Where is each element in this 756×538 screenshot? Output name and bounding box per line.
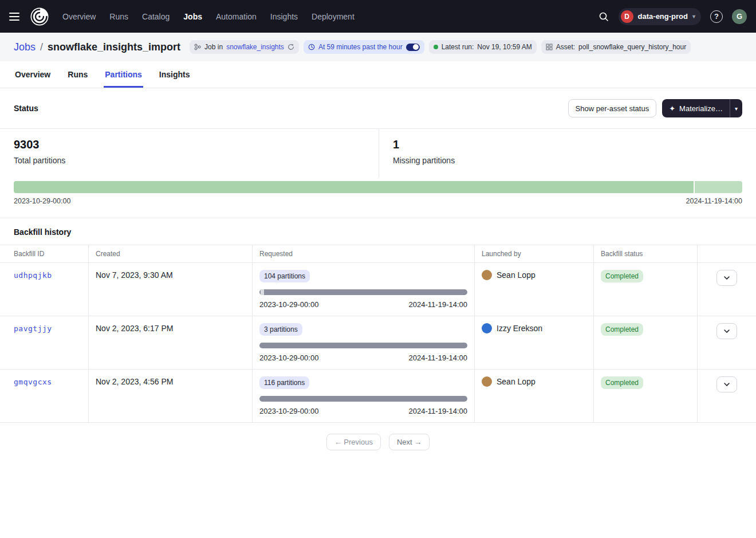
status-badge: Completed — [601, 376, 643, 389]
sensor-refresh-icon — [288, 44, 294, 50]
table-row: udhpqjkb Nov 7, 2023, 9:30 AM 104 partit… — [0, 263, 756, 316]
job-location-tag: Job in snowflake_insights — [190, 40, 299, 54]
column-header-actions — [698, 245, 756, 262]
nav-item-overview[interactable]: Overview — [56, 7, 102, 26]
health-range-start: 2023-10-29-00:00 — [14, 197, 70, 205]
missing-partitions-stat: 1 Missing partitions — [379, 129, 756, 178]
backfill-table-header: Backfill ID Created Requested Launched b… — [0, 245, 756, 263]
missing-partitions-value: 1 — [393, 138, 742, 151]
launcher-avatar — [482, 270, 492, 280]
status-badge: Completed — [601, 323, 643, 336]
status-header-row: Status Show per-asset status ✦ Materiali… — [0, 88, 756, 128]
backfill-range-end: 2024-11-19-14:00 — [409, 407, 467, 415]
column-header-requested: Requested — [253, 245, 475, 262]
user-avatar[interactable]: G — [732, 9, 747, 24]
search-icon[interactable] — [598, 11, 609, 22]
total-partitions-stat: 9303 Total partitions — [0, 129, 379, 178]
backfill-range-bar — [259, 289, 467, 295]
pagination: ← Previous Next → — [0, 434, 756, 450]
launcher-avatar — [482, 376, 492, 387]
breadcrumb-jobs-link[interactable]: Jobs — [14, 41, 36, 53]
materialize-label: Materialize… — [679, 104, 723, 113]
nav-item-deployment[interactable]: Deployment — [305, 7, 361, 26]
status-section-title: Status — [14, 104, 38, 113]
backfill-range-start: 2023-10-29-00:00 — [259, 354, 318, 362]
backfill-range-bar — [259, 343, 467, 348]
health-segment-materialized — [14, 181, 694, 193]
deployment-switcher[interactable]: D data-eng-prod ▾ — [619, 8, 701, 25]
page-title: snowflake_insights_import — [48, 41, 180, 53]
backfill-history-title: Backfill history — [0, 218, 756, 245]
total-partitions-value: 9303 — [14, 138, 365, 151]
clock-icon — [308, 44, 315, 50]
row-actions-button[interactable] — [716, 270, 737, 286]
row-actions-button[interactable] — [716, 323, 737, 339]
chevron-down-icon — [724, 276, 730, 280]
nav-item-runs[interactable]: Runs — [103, 7, 135, 26]
table-row: pavgtjjy Nov 2, 2023, 6:17 PM 3 partitio… — [0, 316, 756, 370]
row-actions-button[interactable] — [716, 376, 737, 392]
column-header-backfill-id: Backfill ID — [0, 245, 89, 262]
nav-item-automation[interactable]: Automation — [210, 7, 263, 26]
chevron-down-icon: ▾ — [692, 13, 695, 19]
schedule-toggle[interactable] — [406, 44, 420, 51]
requested-partitions-badge[interactable]: 116 partitions — [259, 376, 309, 389]
deployment-avatar: D — [621, 10, 633, 23]
column-header-backfill-status: Backfill status — [594, 245, 698, 262]
tab-insights[interactable]: Insights — [158, 61, 191, 88]
status-badge: Completed — [601, 270, 643, 282]
show-per-asset-status-button[interactable]: Show per-asset status — [568, 99, 657, 117]
partition-health-bar[interactable] — [14, 181, 742, 193]
deployment-name: data-eng-prod — [638, 12, 688, 21]
tab-partitions[interactable]: Partitions — [104, 61, 143, 88]
launcher-name: Sean Lopp — [497, 270, 536, 280]
job-tabs: Overview Runs Partitions Insights — [0, 61, 756, 88]
help-icon[interactable]: ? — [710, 10, 723, 23]
latest-run-prefix: Latest run: — [442, 43, 474, 51]
breadcrumb-separator: / — [40, 41, 43, 53]
latest-run-time[interactable]: Nov 19, 10:59 AM — [477, 43, 531, 51]
job-location-prefix: Job in — [204, 43, 223, 51]
total-partitions-label: Total partitions — [14, 156, 365, 165]
chevron-down-icon — [724, 383, 730, 386]
backfill-id-link[interactable]: udhpqjkb — [14, 271, 52, 280]
backfill-range-start: 2023-10-29-00:00 — [259, 407, 318, 415]
latest-run-tag: Latest run: Nov 19, 10:59 AM — [429, 40, 537, 54]
tab-overview[interactable]: Overview — [14, 61, 52, 88]
asset-tag: Asset: poll_snowflake_query_history_hour — [541, 40, 691, 54]
backfill-history-section: Backfill history Backfill ID Created Req… — [0, 218, 756, 423]
asset-prefix: Asset: — [556, 43, 575, 51]
backfill-created: Nov 2, 2023, 6:17 PM — [96, 324, 173, 333]
partition-health: 2023-10-29-00:00 2024-11-19-14:00 — [14, 181, 742, 205]
backfill-range-start: 2023-10-29-00:00 — [259, 300, 318, 309]
requested-partitions-badge[interactable]: 104 partitions — [259, 270, 310, 282]
materialize-button[interactable]: ✦ Materialize… — [662, 99, 730, 117]
next-page-button[interactable]: Next → — [389, 434, 430, 450]
missing-partitions-label: Missing partitions — [393, 156, 742, 165]
previous-page-button[interactable]: ← Previous — [326, 434, 381, 450]
dagster-logo[interactable] — [30, 7, 49, 26]
backfill-id-link[interactable]: gmqvgcxs — [14, 378, 52, 386]
top-nav: Overview Runs Catalog Jobs Automation In… — [0, 0, 756, 33]
backfill-created: Nov 2, 2023, 4:56 PM — [96, 377, 173, 386]
job-header-bar: Jobs / snowflake_insights_import Job in … — [0, 33, 756, 61]
schedule-label: At 59 minutes past the hour — [318, 43, 403, 51]
requested-partitions-badge[interactable]: 3 partitions — [259, 323, 302, 336]
health-segment-recent — [695, 181, 742, 193]
launcher-avatar — [482, 323, 492, 333]
health-range-end: 2024-11-19-14:00 — [686, 197, 742, 205]
backfill-range-bar — [259, 396, 467, 402]
nav-item-insights[interactable]: Insights — [264, 7, 304, 26]
backfill-range-end: 2024-11-19-14:00 — [409, 354, 467, 362]
asset-grid-icon — [546, 44, 553, 50]
code-location-link[interactable]: snowflake_insights — [226, 43, 284, 51]
backfill-id-link[interactable]: pavgtjjy — [14, 324, 52, 333]
menu-icon[interactable] — [9, 9, 25, 25]
primary-nav: Overview Runs Catalog Jobs Automation In… — [56, 7, 361, 26]
run-success-dot — [434, 45, 438, 49]
nav-item-jobs[interactable]: Jobs — [177, 7, 208, 26]
materialize-dropdown-button[interactable]: ▾ — [730, 99, 742, 117]
nav-item-catalog[interactable]: Catalog — [136, 7, 176, 26]
asset-name-link[interactable]: poll_snowflake_query_history_hour — [578, 43, 686, 51]
tab-runs[interactable]: Runs — [66, 61, 89, 88]
